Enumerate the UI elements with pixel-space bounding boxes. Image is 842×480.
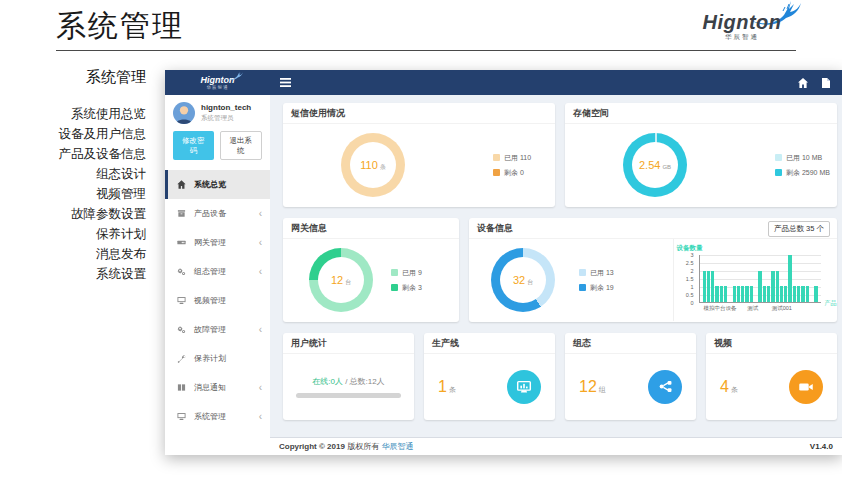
- sms-usage-card: 短信使用情况 110条 已用 110剩余 0: [283, 103, 555, 207]
- sidebar-item-products[interactable]: 产品设备‹: [165, 199, 270, 228]
- copyright: Copyright © 2019 版权所有 华辰智通: [279, 441, 413, 452]
- monitor-icon: [177, 412, 190, 421]
- bar: [814, 286, 817, 302]
- bar: [758, 271, 761, 302]
- bar: [771, 271, 774, 302]
- bar: [784, 286, 787, 302]
- bar: [763, 286, 766, 302]
- home-icon[interactable]: [798, 78, 808, 88]
- sidebar-item-fault[interactable]: 故障管理‹: [165, 315, 270, 344]
- device-count-bar-chart: 设备数量 00.511.522.53 模拟中台设备测试测试001 产品: [675, 244, 837, 316]
- bar: [793, 286, 796, 302]
- product-total-button[interactable]: 产品总数 35 个: [768, 221, 830, 237]
- donut-unit: 条: [380, 163, 386, 172]
- toc-item[interactable]: 系统设置: [0, 264, 152, 284]
- sidebar-item-scada-config[interactable]: 组态管理‹: [165, 257, 270, 286]
- chevron-left-icon: ‹: [259, 325, 262, 335]
- company-link[interactable]: 华辰智通: [381, 442, 413, 451]
- brand-name: Hignton: [686, 11, 798, 34]
- bar: [737, 286, 740, 302]
- bar: [806, 286, 809, 302]
- toc-item[interactable]: 视频管理: [0, 184, 152, 204]
- monitor-icon: [177, 296, 190, 305]
- home-icon: [177, 180, 190, 189]
- toc-item[interactable]: 组态设计: [0, 164, 152, 184]
- bar: [776, 271, 779, 302]
- legend-item: 已用 13: [579, 268, 614, 278]
- legend: 已用 9剩余 3: [391, 268, 422, 293]
- x-axis-label: 产品: [825, 299, 837, 308]
- chevron-left-icon: ‹: [259, 209, 262, 219]
- file-icon[interactable]: [822, 78, 830, 88]
- sidebar-item-overview[interactable]: 系统总览: [165, 170, 270, 199]
- legend: 已用 110剩余 0: [493, 153, 531, 178]
- bar: [788, 255, 791, 302]
- book-icon: [177, 383, 190, 392]
- donut-value: 32: [513, 274, 525, 286]
- legend: 已用 13剩余 19: [579, 268, 614, 293]
- sidebar-item-video-manage[interactable]: 视频管理: [165, 286, 270, 315]
- logout-button[interactable]: 退出系统: [220, 131, 263, 160]
- sidebar-item-label: 消息通知: [194, 382, 226, 393]
- app-window: Hignton 华辰智通 hignton_tech 系统管理员: [165, 70, 842, 455]
- chevron-left-icon: ‹: [259, 238, 262, 248]
- x-axis: 模拟中台设备测试测试001: [699, 305, 821, 313]
- sidebar-item-system[interactable]: 系统管理‹: [165, 402, 270, 431]
- sidebar-item-message[interactable]: 消息通知‹: [165, 373, 270, 402]
- bar: [767, 286, 770, 302]
- product-icon: [177, 209, 190, 218]
- device-info-card: 设备信息 产品总数 35 个 32台 已用 13剩余 19 设备数量: [469, 218, 837, 322]
- legend-item: 剩余 0: [493, 168, 531, 178]
- donut-value: 110: [360, 159, 378, 171]
- storage-donut-chart: 2.54GB: [623, 133, 687, 197]
- x-tick-label: 测试: [747, 305, 758, 312]
- chevron-left-icon: ‹: [259, 383, 262, 393]
- toc-item[interactable]: 产品及设备信息: [0, 144, 152, 164]
- sidebar-item-label: 产品设备: [194, 208, 226, 219]
- gateway-info-card: 网关信息 12台 已用 9剩余 3: [283, 218, 459, 322]
- video-card: 视频 4条: [706, 333, 837, 420]
- production-line-card: 生产线 1条: [424, 333, 555, 420]
- sidebar-item-gateway[interactable]: 网关管理‹: [165, 228, 270, 257]
- toc-item[interactable]: 故障参数设置: [0, 204, 152, 224]
- toc-item[interactable]: 保养计划: [0, 224, 152, 244]
- bar: [707, 271, 710, 302]
- bar: [715, 286, 718, 302]
- avatar[interactable]: [173, 102, 195, 124]
- y-tick-label: 1: [690, 284, 693, 290]
- sidebar-item-label: 视频管理: [194, 295, 226, 306]
- bar: [711, 271, 714, 302]
- user-stats-text: 在线:0人 / 总数:12人: [312, 376, 384, 387]
- version-label: V1.4.0: [810, 442, 833, 451]
- y-tick-label: 0.5: [686, 292, 694, 298]
- donut-unit: 台: [345, 278, 351, 287]
- brand-subtitle: 华辰智通: [686, 33, 798, 42]
- bar: [780, 286, 783, 302]
- legend-item: 已用 9: [391, 268, 422, 278]
- sidebar-item-maintenance[interactable]: 保养计划: [165, 344, 270, 373]
- gateway-icon: [177, 238, 190, 247]
- card-title: 设备信息: [477, 222, 513, 235]
- y-axis: 00.511.522.53: [675, 255, 697, 303]
- legend-item: 剩余 3: [391, 283, 422, 293]
- toc-item[interactable]: 系统使用总览: [0, 104, 152, 124]
- hamburger-menu-icon[interactable]: [280, 78, 291, 87]
- sidebar-item-label: 网关管理: [194, 237, 226, 248]
- video-camera-icon: [789, 370, 823, 404]
- sidebar-item-label: 系统管理: [194, 411, 226, 422]
- change-password-button[interactable]: 修改密码: [173, 131, 214, 160]
- bar: [703, 271, 706, 302]
- bar: [741, 286, 744, 302]
- toc-item[interactable]: 设备及用户信息: [0, 124, 152, 144]
- sidebar-item-label: 系统总览: [194, 179, 226, 190]
- bar: [750, 286, 753, 302]
- app-logo[interactable]: Hignton 华辰智通: [165, 70, 270, 95]
- legend-item: 剩余 19: [579, 283, 614, 293]
- chevron-left-icon: ‹: [259, 412, 262, 422]
- toc-heading: 系统管理: [0, 68, 152, 87]
- toc-item[interactable]: 消息发布: [0, 244, 152, 264]
- bar: [733, 286, 736, 302]
- app-header: Hignton 华辰智通: [165, 70, 842, 95]
- legend: 已用 10 MB剩余 2590 MB: [775, 153, 830, 178]
- wrench-icon: [177, 354, 190, 363]
